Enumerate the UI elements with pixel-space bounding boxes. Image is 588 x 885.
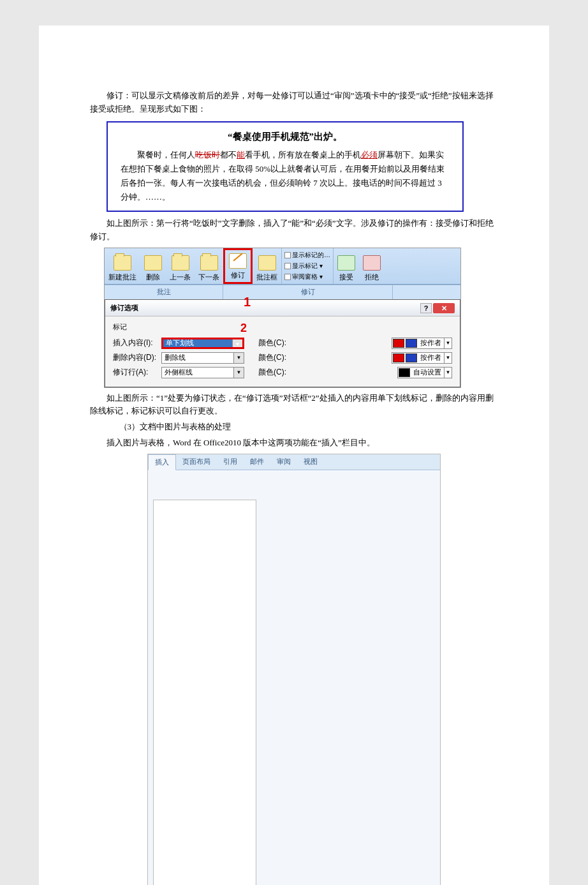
dropdown-icon [284, 274, 291, 280]
inserted-text: 必须 [361, 150, 378, 160]
button-label: 新建批注 [108, 272, 136, 283]
tab-references[interactable]: 引用 [217, 454, 244, 470]
deletions-label: 删除内容(D): [113, 352, 158, 364]
tab-page-layout[interactable]: 页面布局 [176, 454, 217, 470]
balloons-button[interactable]: 批注框 [253, 248, 281, 285]
deletions-style-combo[interactable]: 删除线 ▼ [161, 352, 244, 364]
chevron-down-icon: ▼ [444, 353, 452, 363]
dropdown-icon [284, 252, 291, 258]
chevron-down-icon: ▼ [233, 368, 244, 378]
dialog-titlebar: 修订选项 ? ✕ [105, 300, 460, 317]
combo-value: 删除线 [162, 352, 233, 364]
display-markup-dropdown[interactable]: 显示标记的… [284, 250, 330, 260]
paragraph-after-example: 如上图所示：第一行将“吃饭时”文字删除，插入了“能”和“必须”文字。涉及修订的操… [90, 217, 498, 244]
deletions-row: 删除内容(D): 删除线 ▼ 颜色(C): 按作者 ▼ [113, 352, 452, 364]
track-changes-button[interactable]: 修订 [223, 248, 253, 285]
tab-insert[interactable]: 插入 [148, 454, 176, 471]
annotation-number-2: 2 [240, 319, 247, 338]
text-segment: 看手机，所有放在餐桌上的手机 [245, 150, 361, 160]
delete-icon [144, 255, 162, 271]
color-label: 颜色(C): [258, 337, 303, 349]
review-pane-dropdown[interactable]: 审阅窗格 ▾ [284, 272, 330, 282]
insertions-color-combo[interactable]: 按作者 ▼ [392, 338, 452, 349]
insert-ribbon-body: 页 表格 图片 剪贴画 形状 SmartArt 图表 屏 [148, 470, 440, 885]
document-page-1: 修订：可以显示文稿修改前后的差异，对每一处修订可以通过“审阅”选项卡中的“接受”… [39, 26, 549, 885]
markup-options-group: 显示标记的… 显示标记 ▾ 审阅窗格 ▾ [281, 248, 333, 285]
button-label: 删除 [146, 272, 160, 283]
text-segment: 都不 [220, 150, 237, 160]
changed-lines-color-combo[interactable]: 自动设置 ▼ [397, 367, 452, 378]
track-changes-options-dialog: 修订选项 ? ✕ 标记 2 插入内容(I): 单下划线 ▼ [105, 299, 460, 387]
delete-comment-button[interactable]: 删除 [140, 248, 166, 285]
paragraph-intro: 修订：可以显示文稿修改前后的差异，对每一处修订可以通过“审阅”选项卡中的“接受”… [90, 89, 498, 116]
deleted-text: 吃饭时 [195, 150, 220, 160]
label: 显示标记的… [292, 251, 330, 258]
subheading-3: （3）文档中图片与表格的处理 [90, 420, 498, 434]
chevron-down-icon: ▼ [444, 338, 452, 348]
combo-value: 外侧框线 [162, 367, 233, 378]
tab-mailings[interactable]: 邮件 [244, 454, 270, 470]
text-segment: 聚餐时，任何人 [137, 150, 195, 160]
ribbon-group-labels: 批注 修订 [105, 285, 460, 299]
reject-button[interactable]: 拒绝 [359, 248, 385, 285]
previous-button[interactable]: 上一条 [166, 248, 195, 285]
changed-lines-label: 修订行(A): [113, 366, 158, 378]
group-label-blank [393, 285, 460, 299]
dialog-window-controls: ? ✕ [420, 303, 455, 313]
chevron-down-icon: ▼ [444, 368, 452, 378]
color-label: 颜色(C): [258, 352, 303, 364]
next-button[interactable]: 下一条 [195, 248, 223, 285]
word-review-ribbon-screenshot: 新建批注 删除 上一条 下一条 修订 批注框 [104, 248, 461, 388]
color-swatch-icon [393, 353, 404, 362]
next-icon [200, 255, 218, 271]
color-swatch-icon [399, 368, 410, 377]
color-swatch-icon [406, 353, 417, 362]
changed-lines-style-combo[interactable]: 外侧框线 ▼ [161, 367, 244, 378]
tab-review[interactable]: 审阅 [270, 454, 297, 470]
annotation-number-1: 1 [244, 292, 251, 312]
button-label: 接受 [339, 272, 353, 283]
ribbon-tabs: 插入 页面布局 引用 邮件 审阅 视图 [148, 454, 440, 471]
word-insert-ribbon-screenshot: 插入 页面布局 引用 邮件 审阅 视图 页 表格 图片 剪贴画 形状 Smart… [147, 454, 441, 885]
previous-icon [172, 255, 189, 271]
reject-icon [363, 255, 381, 271]
page-icon [153, 500, 256, 885]
combo-value: 按作者 [418, 338, 444, 349]
dialog-body: 标记 2 插入内容(I): 单下划线 ▼ 颜色(C): 按作者 [105, 316, 460, 386]
markup-section-label: 标记 2 [113, 322, 452, 333]
paragraph-after-dialog: 如上图所示：“1”处要为修订状态，在“修订选项”对话框“2”处插入的内容用单下划… [90, 392, 498, 419]
example-body: 聚餐时，任何人吃饭时都不能看手机，所有放在餐桌上的手机必须屏幕朝下。如果实在想拍… [121, 148, 450, 204]
group-label-comments: 批注 [105, 285, 223, 299]
label: 审阅窗格 ▾ [292, 273, 323, 280]
close-button[interactable]: ✕ [433, 303, 455, 313]
accept-button[interactable]: 接受 [333, 248, 359, 285]
dialog-title-text: 修订选项 [110, 302, 138, 314]
button-label: 批注框 [256, 272, 277, 283]
color-swatch-icon [393, 339, 404, 348]
example-tracked-changes-box: “餐桌使用手机规范”出炉。 聚餐时，任何人吃饭时都不能看手机，所有放在餐桌上的手… [107, 121, 464, 212]
insertions-row: 插入内容(I): 单下划线 ▼ 颜色(C): 按作者 ▼ [113, 337, 452, 349]
button-label: 下一条 [198, 272, 219, 283]
color-swatch-icon [406, 339, 417, 348]
inserted-text: 能 [237, 150, 245, 160]
combo-value: 按作者 [418, 352, 444, 364]
deletions-color-combo[interactable]: 按作者 ▼ [392, 352, 452, 364]
track-changes-icon [229, 253, 247, 269]
show-markup-dropdown[interactable]: 显示标记 ▾ [284, 261, 330, 271]
help-button[interactable]: ? [420, 303, 432, 313]
combo-value: 自动设置 [411, 367, 444, 378]
cover-page-button[interactable]: 页 [151, 474, 259, 885]
insertions-style-combo[interactable]: 单下划线 ▼ [161, 338, 244, 349]
tab-view[interactable]: 视图 [297, 454, 324, 470]
paragraph-insert-intro: 插入图片与表格，Word 在 Office2010 版本中这两项功能在“插入”栏… [90, 436, 498, 450]
button-label: 拒绝 [365, 272, 379, 283]
changed-lines-row: 修订行(A): 外侧框线 ▼ 颜色(C): 自动设置 ▼ [113, 366, 452, 378]
accept-icon [337, 255, 355, 271]
insertions-label: 插入内容(I): [113, 337, 158, 349]
example-title: “餐桌使用手机规范”出炉。 [121, 129, 450, 144]
chevron-down-icon: ▼ [232, 339, 242, 347]
dropdown-icon [284, 263, 291, 269]
new-comment-button[interactable]: 新建批注 [105, 248, 140, 285]
balloons-icon [258, 255, 276, 271]
button-label: 修订 [231, 270, 245, 281]
